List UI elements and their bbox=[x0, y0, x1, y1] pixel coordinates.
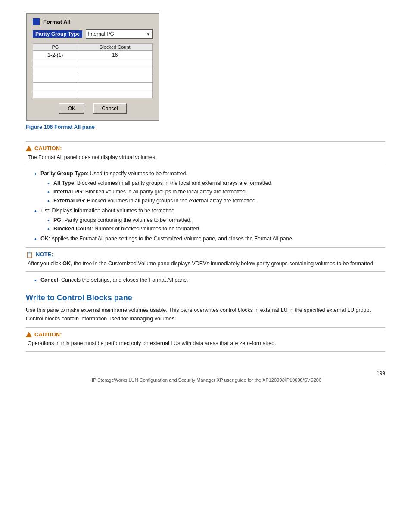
bullet-cancel: Cancel: Cancels the settings, and closes… bbox=[34, 276, 385, 284]
caution-header-2: CAUTION: bbox=[26, 331, 385, 338]
parity-group-row: Parity Group Type Internal PG ▼ bbox=[33, 29, 153, 39]
section-heading: Write to Control Blocks pane bbox=[26, 293, 385, 302]
dropdown-arrow-icon: ▼ bbox=[146, 32, 150, 37]
note-icon: 📋 bbox=[26, 251, 33, 258]
dialog-title-text: Format All bbox=[43, 19, 71, 25]
table-cell-pg: 1-2-(1) bbox=[33, 51, 78, 59]
table-row-empty-3 bbox=[33, 75, 153, 83]
page-footer: HP StorageWorks LUN Configuration and Se… bbox=[26, 377, 385, 383]
sub-label-pg: PG bbox=[53, 217, 61, 223]
ok-button[interactable]: OK bbox=[59, 103, 84, 114]
table-row-empty-2 bbox=[33, 67, 153, 75]
caution-text-1: The Format All panel does not display vi… bbox=[26, 153, 385, 162]
sub-list-list: PG: Parity groups containing the volumes… bbox=[47, 216, 385, 233]
caution-box-1: CAUTION: The Format All panel does not d… bbox=[26, 141, 385, 165]
sub-label-blockedcount: Blocked Count bbox=[53, 226, 91, 232]
sub-list-parity: All Type: Blocked volumes in all parity … bbox=[47, 179, 385, 205]
sub-text-externalpg: : Blocked volumes in all parity groups i… bbox=[84, 198, 257, 204]
page-number: 199 bbox=[377, 370, 385, 376]
cancel-bullet-list: Cancel: Cancels the settings, and closes… bbox=[34, 276, 385, 284]
bullet-list-item: List: Displays information about volumes… bbox=[34, 207, 385, 233]
footer-text: HP StorageWorks LUN Configuration and Se… bbox=[90, 377, 321, 383]
section-description: Use this pane to make external mainframe… bbox=[26, 306, 385, 323]
table-header-pg: PG bbox=[33, 44, 78, 51]
pg-table: PG Blocked Count 1-2-(1) 16 bbox=[33, 43, 153, 98]
sub-bullet-blocked-count: Blocked Count: Number of blocked volumes… bbox=[47, 225, 385, 233]
sub-label-externalpg: External PG bbox=[53, 198, 84, 204]
main-bullet-list: Parity Group Type: Used to specify volum… bbox=[34, 170, 385, 243]
note-text: After you click OK, the tree in the Cust… bbox=[26, 260, 385, 268]
parity-group-select-value: Internal PG bbox=[88, 31, 114, 37]
note-box: 📋 NOTE: After you click OK, the tree in … bbox=[26, 247, 385, 272]
caution-triangle-icon-2 bbox=[26, 332, 32, 337]
caution-label-1: CAUTION: bbox=[34, 145, 62, 152]
sub-label-alltype: All Type bbox=[53, 180, 74, 186]
caution-label-2: CAUTION: bbox=[34, 331, 62, 338]
note-label: NOTE: bbox=[36, 251, 53, 258]
sub-bullet-pg: PG: Parity groups containing the volumes… bbox=[47, 216, 385, 224]
bullet-label-parity: Parity Group Type bbox=[40, 171, 87, 177]
sub-text-blockedcount: : Number of blocked volumes to be format… bbox=[91, 226, 200, 232]
figure-caption: Figure 106 Format All pane bbox=[26, 124, 95, 130]
table-row: 1-2-(1) 16 bbox=[33, 51, 153, 59]
sub-bullet-external-pg: External PG: Blocked volumes in all pari… bbox=[47, 197, 385, 205]
sub-text-pg: : Parity groups containing the volumes t… bbox=[61, 217, 192, 223]
bullet-text-parity: : Used to specify volumes to be formatte… bbox=[87, 171, 187, 177]
table-row-empty-5 bbox=[33, 90, 153, 98]
dialog-title-icon bbox=[33, 18, 40, 25]
caution-text-2: Operations in this pane must be performe… bbox=[26, 339, 385, 348]
sub-bullet-all-type: All Type: Blocked volumes in all parity … bbox=[47, 179, 385, 187]
bullet-ok: OK: Applies the Format All pane settings… bbox=[34, 235, 385, 243]
table-row-empty-1 bbox=[33, 59, 153, 67]
caution-header-1: CAUTION: bbox=[26, 145, 385, 152]
sub-label-internalpg: Internal PG bbox=[53, 189, 82, 195]
bullet-label-ok: OK bbox=[40, 236, 49, 242]
dialog-title-bar: Format All bbox=[33, 18, 153, 25]
note-header: 📋 NOTE: bbox=[26, 251, 385, 258]
table-row-empty-4 bbox=[33, 83, 153, 90]
table-header-blocked: Blocked Count bbox=[78, 44, 152, 51]
bullet-text-cancel: : Cancels the settings, and closes the F… bbox=[58, 277, 188, 283]
bullet-text-ok: : Applies the Format All pane settings t… bbox=[49, 236, 293, 242]
dialog-buttons: OK Cancel bbox=[33, 103, 153, 114]
figure-container: Format All Parity Group Type Internal PG… bbox=[26, 13, 385, 137]
caution-triangle-icon bbox=[26, 146, 32, 151]
bullet-parity-group-type: Parity Group Type: Used to specify volum… bbox=[34, 170, 385, 205]
bullet-label-cancel: Cancel bbox=[40, 277, 58, 283]
note-ok-bold: OK bbox=[62, 261, 71, 267]
cancel-button[interactable]: Cancel bbox=[93, 103, 126, 114]
sub-text-internalpg: : Blocked volumes in all parity groups i… bbox=[82, 189, 247, 195]
sub-bullet-internal-pg: Internal PG: Blocked volumes in all pari… bbox=[47, 188, 385, 196]
caution-box-2: CAUTION: Operations in this pane must be… bbox=[26, 327, 385, 352]
parity-group-select[interactable]: Internal PG ▼ bbox=[86, 29, 153, 39]
parity-group-label: Parity Group Type bbox=[33, 30, 82, 38]
bullet-text-list: List: Displays information about volumes… bbox=[40, 208, 176, 214]
dialog-box: Format All Parity Group Type Internal PG… bbox=[26, 13, 159, 121]
table-cell-count: 16 bbox=[78, 51, 152, 59]
sub-text-alltype: : Blocked volumes in all parity groups i… bbox=[74, 180, 273, 186]
